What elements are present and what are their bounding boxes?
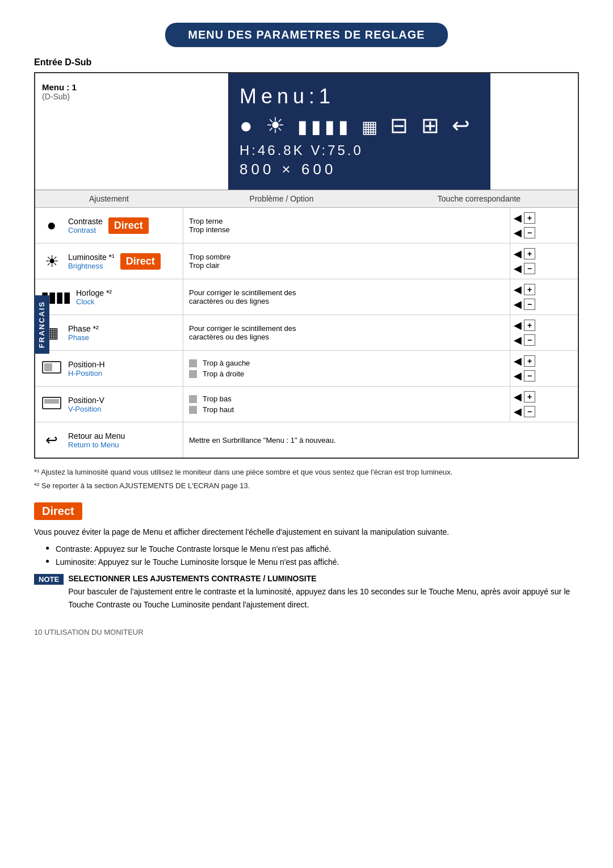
cell-left-horloge: ▮▮▮▮ Horloge *² Clock (35, 284, 183, 311)
phase-problem: Pour corriger le scintillement des carac… (183, 315, 510, 350)
menu-display: Menu:1 ● ☀ ▮▮▮▮ ▦ ⊟ ⊞ ↩ H:46.8K V:75.0 8… (228, 73, 490, 190)
col-header-ajustement: Ajustement (35, 193, 183, 204)
arrow-left-icon: ◀ (514, 319, 522, 332)
hposition-arrows: ◀ + ◀ − (510, 351, 578, 386)
arrow-minus-row: ◀ − (514, 370, 574, 382)
horloge-label: Horloge *² Clock (76, 288, 112, 306)
col-header-problem: Problème / Option (183, 193, 380, 204)
cell-left-vposition: Position-V V-Position (35, 391, 183, 418)
minus-button[interactable]: − (524, 370, 535, 381)
table-section: Ajustement Problème / Option Touche corr… (35, 190, 578, 458)
arrow-plus-row: ◀ + (514, 391, 574, 403)
arrow-left-icon: ◀ (514, 212, 522, 224)
col-headers: Ajustement Problème / Option Touche corr… (35, 190, 578, 208)
square-icon (189, 406, 197, 414)
note-title: SELECTIONNER LES AJUSTEMENTS CONTRASTE /… (68, 574, 579, 583)
retour-label: Retour au Menu Return to Menu (68, 431, 125, 449)
retour-icon: ↩ (41, 431, 62, 449)
arrow-left-icon: ◀ (514, 370, 522, 382)
cell-left-luminosite: ☀ Luminosite *¹ Brightness Direct (35, 248, 183, 275)
direct-heading: Direct (34, 502, 82, 520)
table-row: ▮▮▮▮ Horloge *² Clock Pour corriger le s… (35, 279, 578, 315)
arrow-left-icon: ◀ (514, 405, 522, 418)
plus-button[interactable]: + (524, 284, 535, 295)
subtitle: Entrée D-Sub (34, 57, 579, 68)
minus-button[interactable]: − (524, 227, 535, 238)
bullet-list: Contraste: Appuyez sur le Touche Contras… (45, 543, 579, 568)
vposition-arrows: ◀ + ◀ − (510, 387, 578, 422)
phase-label: Phase *² Phase (68, 324, 99, 342)
arrow-minus-row: ◀ − (514, 298, 574, 311)
table-row: Position-H H-Position Trop à gauche Trop… (35, 351, 578, 387)
cell-left-contraste: ● Contraste Contrast Direct (35, 212, 183, 239)
footnotes: *¹ Ajustez la luminosité quand vous util… (34, 467, 579, 491)
minus-button[interactable]: − (524, 406, 535, 417)
menu-table: Menu : 1 (D-Sub) Menu:1 ● ☀ ▮▮▮▮ ▦ ⊟ ⊞ ↩… (34, 72, 579, 459)
plus-button[interactable]: + (524, 320, 535, 331)
note-label: NOTE (34, 574, 64, 585)
direct-section: Direct Vous pouvez éviter la page de Men… (34, 502, 579, 611)
page-title: MENU DES PARAMETRES DE REGLAGE (165, 23, 447, 47)
arrow-minus-row: ◀ − (514, 334, 574, 346)
horloge-problem: Pour corriger le scintillement des carac… (183, 279, 510, 315)
menu-label-title: Menu : 1 (42, 82, 125, 92)
note-text: Pour basculer de l'ajustement entre le c… (68, 585, 579, 611)
contraste-direct-badge: Direct (108, 217, 149, 234)
table-row: Position-V V-Position Trop bas Trop haut (35, 387, 578, 422)
luminosite-label: Luminosite *¹ Brightness (68, 253, 115, 270)
luminosite-icon: ☀ (41, 252, 62, 271)
arrow-plus-row: ◀ + (514, 212, 574, 224)
contraste-icon: ● (41, 216, 62, 234)
luminosite-arrows: ◀ + ◀ − (510, 244, 578, 279)
arrow-minus-row: ◀ − (514, 262, 574, 275)
hposition-problem: Trop à gauche Trop à droite (183, 351, 510, 386)
arrow-plus-row: ◀ + (514, 355, 574, 367)
menu-res: 800 × 600 (240, 161, 336, 178)
table-row: ↩ Retour au Menu Return to Menu Mettre e… (35, 422, 578, 458)
francais-tab: FRANCAIS (34, 295, 49, 354)
luminosite-direct-badge: Direct (120, 253, 161, 270)
luminosite-problem: Trop sombre Trop clair (183, 244, 510, 279)
contraste-arrows: ◀ + ◀ − (510, 208, 578, 243)
arrow-left-icon: ◀ (514, 391, 522, 403)
footnote-2: *² Se reporter à la section AJUSTEMENTS … (34, 480, 579, 492)
table-row: ▦ Phase *² Phase Pour corriger le scinti… (35, 315, 578, 351)
menu-label-col: Menu : 1 (D-Sub) (35, 73, 132, 190)
horloge-arrows: ◀ + ◀ − (510, 279, 578, 315)
note-box: NOTE SELECTIONNER LES AJUSTEMENTS CONTRA… (34, 574, 579, 611)
menu-label-sub: (D-Sub) (42, 92, 125, 101)
minus-button[interactable]: − (524, 299, 535, 310)
cell-left-phase: ▦ Phase *² Phase (35, 320, 183, 346)
square-icon (189, 370, 197, 378)
note-content: SELECTIONNER LES AJUSTEMENTS CONTRASTE /… (68, 574, 579, 611)
cell-left-hposition: Position-H H-Position (35, 355, 183, 382)
menu-display-title: Menu:1 (240, 85, 335, 108)
arrow-plus-row: ◀ + (514, 283, 574, 296)
vposition-problem: Trop bas Trop haut (183, 387, 510, 422)
minus-button[interactable]: − (524, 334, 535, 346)
arrow-plus-row: ◀ + (514, 248, 574, 260)
plus-button[interactable]: + (524, 355, 535, 367)
list-item: Contraste: Appuyez sur le Touche Contras… (45, 543, 579, 555)
page-footer: 10 UTILISATION DU MONITEUR (34, 628, 579, 636)
vposition-label: Position-V V-Position (68, 396, 104, 413)
phase-arrows: ◀ + ◀ − (510, 315, 578, 350)
arrow-left-icon: ◀ (514, 248, 522, 260)
menu-freq: H:46.8K V:75.0 (240, 142, 363, 158)
table-row: ☀ Luminosite *¹ Brightness Direct Trop s… (35, 244, 578, 279)
list-item: Luminosite: Appuyez sur le Touche Lumino… (45, 556, 579, 568)
arrow-left-icon: ◀ (514, 262, 522, 275)
page-header: MENU DES PARAMETRES DE REGLAGE (34, 23, 579, 47)
top-row: Menu : 1 (D-Sub) Menu:1 ● ☀ ▮▮▮▮ ▦ ⊟ ⊞ ↩… (35, 73, 578, 190)
plus-button[interactable]: + (524, 212, 535, 224)
minus-button[interactable]: − (524, 263, 535, 274)
footnote-1: *¹ Ajustez la luminosité quand vous util… (34, 467, 579, 478)
plus-button[interactable]: + (524, 248, 535, 259)
contraste-label: Contraste Contrast (68, 217, 103, 234)
plus-button[interactable]: + (524, 391, 535, 402)
arrow-left-icon: ◀ (514, 334, 522, 346)
square-icon (189, 395, 197, 403)
arrow-left-icon: ◀ (514, 298, 522, 311)
hposition-icon (41, 359, 62, 378)
arrow-left-icon: ◀ (514, 355, 522, 367)
